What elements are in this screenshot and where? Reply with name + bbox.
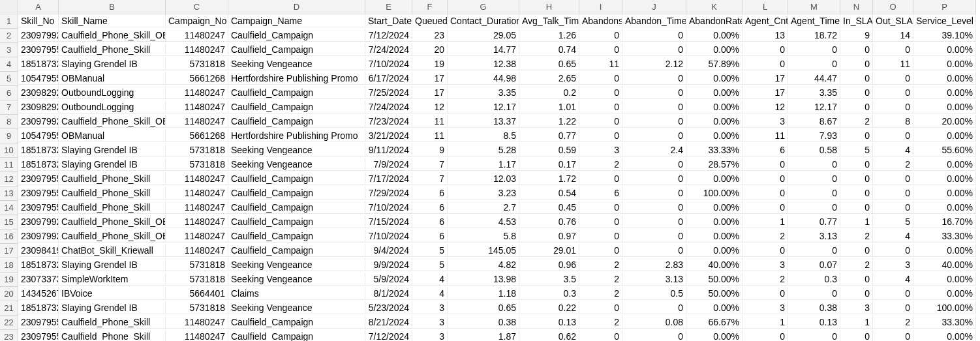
data-cell[interactable]: 0.5 — [622, 287, 686, 300]
data-cell[interactable]: 23097955 — [18, 201, 59, 214]
data-cell[interactable]: 16.70% — [913, 215, 976, 228]
data-cell[interactable]: Slaying Grendel IB — [59, 158, 166, 171]
data-cell[interactable]: 0.54 — [519, 186, 579, 200]
data-cell[interactable]: 50.00% — [686, 273, 743, 286]
data-cell[interactable]: 23098292 — [18, 100, 59, 113]
data-cell[interactable]: 17 — [412, 72, 448, 85]
data-cell[interactable]: 5661268 — [166, 129, 228, 142]
data-cell[interactable]: 44.47 — [788, 72, 840, 85]
data-cell[interactable]: 3 — [743, 115, 788, 128]
data-cell[interactable]: 0 — [743, 158, 788, 171]
data-cell[interactable]: 3 — [579, 143, 622, 156]
data-cell[interactable]: 23073373 — [18, 273, 59, 286]
data-cell[interactable]: 23097955 — [18, 330, 59, 341]
data-cell[interactable]: 6 — [412, 201, 448, 214]
data-cell[interactable]: 0 — [840, 172, 873, 185]
data-cell[interactable]: 0 — [622, 86, 686, 99]
data-cell[interactable]: 0 — [840, 186, 873, 200]
data-cell[interactable]: 0.00% — [913, 129, 976, 142]
data-cell[interactable]: 0 — [622, 43, 686, 56]
data-cell[interactable]: 0 — [873, 244, 913, 257]
data-cell[interactable]: 0 — [840, 86, 873, 99]
data-cell[interactable]: 17 — [743, 86, 788, 99]
header-cell[interactable]: Avg_Talk_Time — [519, 14, 579, 27]
data-cell[interactable]: 29.05 — [448, 29, 519, 42]
data-cell[interactable]: 0 — [873, 287, 913, 300]
data-cell[interactable]: 8/1/2024 — [365, 287, 412, 300]
data-cell[interactable]: 0.38 — [788, 301, 840, 314]
data-cell[interactable]: Caulfield_Campaign — [228, 115, 365, 128]
data-cell[interactable]: 0 — [743, 287, 788, 300]
row-header[interactable]: 17 — [0, 244, 18, 258]
data-cell[interactable]: 12 — [412, 100, 448, 113]
data-cell[interactable]: 23097992 — [18, 215, 59, 228]
data-cell[interactable]: 10547955 — [18, 129, 59, 142]
data-cell[interactable]: 0.00% — [913, 330, 976, 341]
data-cell[interactable]: 0 — [622, 29, 686, 42]
data-cell[interactable]: 4 — [873, 273, 913, 286]
data-cell[interactable]: 7/9/2024 — [365, 158, 412, 171]
data-cell[interactable]: 0.76 — [519, 215, 579, 228]
data-cell[interactable]: Caulfield_Phone_Skill — [59, 172, 166, 185]
data-cell[interactable]: 3 — [743, 258, 788, 271]
col-header-D[interactable]: D — [228, 0, 365, 14]
data-cell[interactable]: 9/4/2024 — [365, 244, 412, 257]
select-all-corner[interactable] — [0, 0, 18, 14]
data-cell[interactable]: 13 — [743, 29, 788, 42]
data-cell[interactable]: 0 — [622, 158, 686, 171]
data-cell[interactable]: Seeking Vengeance — [228, 273, 365, 286]
data-cell[interactable]: 145.05 — [448, 244, 519, 257]
data-cell[interactable]: Caulfield_Campaign — [228, 201, 365, 214]
data-cell[interactable]: Hertfordshire Publishing Promo — [228, 129, 365, 142]
data-cell[interactable]: OutboundLogging — [59, 86, 166, 99]
data-cell[interactable]: 12 — [743, 100, 788, 113]
data-cell[interactable]: 18.72 — [788, 29, 840, 42]
data-cell[interactable]: 8/21/2024 — [365, 316, 412, 329]
data-cell[interactable]: 0 — [579, 301, 622, 314]
data-cell[interactable]: 11 — [412, 115, 448, 128]
data-cell[interactable]: 5731818 — [166, 273, 228, 286]
row-header[interactable]: 2 — [0, 29, 18, 43]
data-cell[interactable]: 0.58 — [788, 143, 840, 156]
data-cell[interactable]: 12.17 — [448, 100, 519, 113]
data-cell[interactable]: 0 — [788, 57, 840, 70]
data-cell[interactable]: 12.38 — [448, 57, 519, 70]
data-cell[interactable]: 11480247 — [166, 100, 228, 113]
row-header[interactable]: 9 — [0, 129, 18, 143]
data-cell[interactable]: 13.98 — [448, 273, 519, 286]
data-cell[interactable]: 0.00% — [913, 287, 976, 300]
data-cell[interactable]: 11480247 — [166, 201, 228, 214]
data-cell[interactable]: 0.08 — [622, 316, 686, 329]
data-cell[interactable]: 0.00% — [913, 158, 976, 171]
data-cell[interactable]: 8.5 — [448, 129, 519, 142]
data-cell[interactable]: 5731818 — [166, 143, 228, 156]
data-cell[interactable]: 4 — [412, 287, 448, 300]
data-cell[interactable]: 2.12 — [622, 57, 686, 70]
data-cell[interactable]: 23098419 — [18, 244, 59, 257]
col-header-F[interactable]: F — [412, 0, 448, 14]
data-cell[interactable]: Caulfield_Phone_Skill_OB — [59, 215, 166, 228]
data-cell[interactable]: 40.00% — [686, 258, 743, 271]
data-cell[interactable]: 0.00% — [686, 215, 743, 228]
data-cell[interactable]: 2 — [873, 158, 913, 171]
row-header[interactable]: 5 — [0, 72, 18, 86]
data-cell[interactable]: 0.07 — [788, 258, 840, 271]
data-cell[interactable]: 5/9/2024 — [365, 273, 412, 286]
col-header-G[interactable]: G — [448, 0, 519, 14]
data-cell[interactable]: Caulfield_Phone_Skill_OB — [59, 29, 166, 42]
data-cell[interactable]: 0 — [873, 100, 913, 113]
data-cell[interactable]: 0.00% — [913, 72, 976, 85]
data-cell[interactable]: 0 — [840, 158, 873, 171]
data-cell[interactable]: 5/23/2024 — [365, 301, 412, 314]
data-cell[interactable]: 7/10/2024 — [365, 57, 412, 70]
data-cell[interactable]: 0.00% — [686, 43, 743, 56]
data-cell[interactable]: 0 — [788, 158, 840, 171]
data-cell[interactable]: Caulfield_Phone_Skill_OB — [59, 230, 166, 243]
data-cell[interactable]: 23098292 — [18, 86, 59, 99]
data-cell[interactable]: 11 — [579, 57, 622, 70]
data-cell[interactable]: 3/21/2024 — [365, 129, 412, 142]
data-cell[interactable]: 18518732 — [18, 57, 59, 70]
data-cell[interactable]: 0 — [743, 43, 788, 56]
data-cell[interactable]: 0 — [622, 230, 686, 243]
data-cell[interactable]: 0.00% — [913, 172, 976, 185]
